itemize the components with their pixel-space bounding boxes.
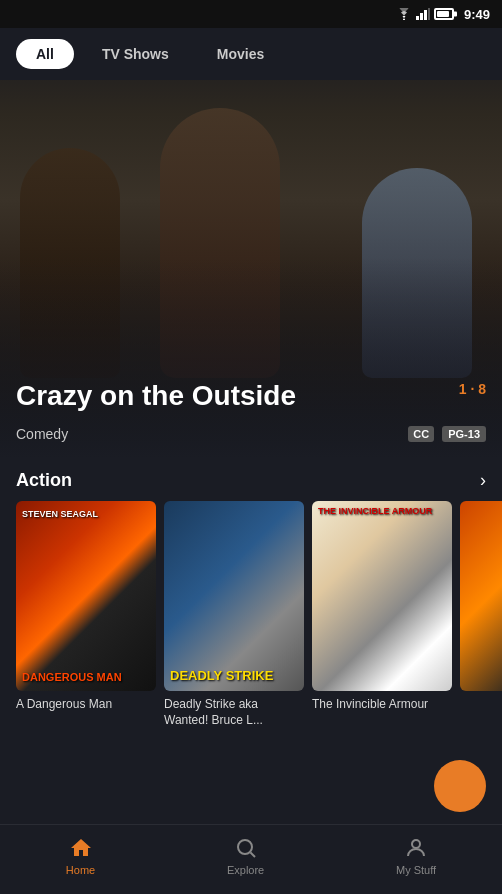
- action-section: Action › STEVEN SEAGAL DANGEROUS MAN A D…: [0, 458, 502, 736]
- movie-poster-invincible: THE INVINCIBLE ARMOUR: [312, 501, 452, 691]
- tab-all[interactable]: All: [16, 39, 74, 69]
- movie-card-partial: [460, 501, 502, 728]
- hero-cc: CC: [408, 426, 434, 442]
- movie-title-invincible: The Invincible Armour: [312, 697, 452, 713]
- nav-mystuff[interactable]: My Stuff: [376, 828, 456, 884]
- hero-section: Crazy on the Outside 1 · 8 Comedy CC PG-…: [0, 28, 502, 458]
- svg-rect-3: [424, 10, 427, 20]
- section-title-action: Action: [16, 470, 72, 491]
- status-icons: 9:49: [396, 7, 490, 22]
- nav-home[interactable]: Home: [46, 828, 115, 884]
- nav-mystuff-label: My Stuff: [396, 864, 436, 876]
- movie-poster-dangerous-man: STEVEN SEAGAL DANGEROUS MAN: [16, 501, 156, 691]
- home-icon: [69, 836, 93, 860]
- hero-genre: Comedy: [16, 426, 400, 442]
- fab-button[interactable]: [434, 760, 486, 812]
- svg-line-6: [250, 852, 255, 857]
- content-area: Action › STEVEN SEAGAL DANGEROUS MAN A D…: [0, 458, 502, 824]
- tab-bar: All TV Shows Movies: [0, 28, 502, 80]
- poster-actor-text-dangerous: STEVEN SEAGAL: [22, 509, 150, 519]
- movie-title-deadly: Deadly Strike aka Wanted! Bruce L...: [164, 697, 304, 728]
- poster-title-invincible: THE INVINCIBLE ARMOUR: [318, 507, 446, 517]
- section-header-action: Action ›: [0, 470, 502, 491]
- svg-rect-4: [428, 8, 430, 20]
- battery-icon: [434, 8, 454, 20]
- hero-rating: PG-13: [442, 426, 486, 442]
- svg-rect-1: [416, 16, 419, 20]
- movie-card-invincible[interactable]: THE INVINCIBLE ARMOUR The Invincible Arm…: [312, 501, 452, 728]
- hero-background: Crazy on the Outside 1 · 8 Comedy CC PG-…: [0, 28, 502, 458]
- movie-poster-partial: [460, 501, 502, 691]
- tab-movies[interactable]: Movies: [197, 39, 284, 69]
- bottom-nav: Home Explore My Stuff: [0, 824, 502, 894]
- svg-point-7: [412, 840, 420, 848]
- svg-point-0: [403, 19, 405, 21]
- svg-rect-2: [420, 13, 423, 20]
- movie-row-action: STEVEN SEAGAL DANGEROUS MAN A Dangerous …: [0, 501, 502, 728]
- tab-tvshows[interactable]: TV Shows: [82, 39, 189, 69]
- hero-meta: Comedy CC PG-13: [16, 426, 486, 442]
- svg-point-5: [238, 840, 252, 854]
- poster-title-deadly: DEADLY STRIKE: [170, 669, 298, 683]
- nav-explore-label: Explore: [227, 864, 264, 876]
- nav-home-label: Home: [66, 864, 95, 876]
- signal-icon: [416, 8, 430, 20]
- nav-explore[interactable]: Explore: [207, 828, 284, 884]
- section-chevron-action[interactable]: ›: [480, 470, 486, 491]
- mystuff-icon: [404, 836, 428, 860]
- movie-title-dangerous: A Dangerous Man: [16, 697, 156, 713]
- explore-icon: [234, 836, 258, 860]
- hero-content: Crazy on the Outside 1 · 8 Comedy CC PG-…: [0, 365, 502, 458]
- movie-card-deadly-strike[interactable]: DEADLY STRIKE Deadly Strike aka Wanted! …: [164, 501, 304, 728]
- status-bar: 9:49: [0, 0, 502, 28]
- hero-title-row: Crazy on the Outside 1 · 8: [16, 381, 486, 420]
- movie-poster-deadly-strike: DEADLY STRIKE: [164, 501, 304, 691]
- hero-title: Crazy on the Outside: [16, 381, 296, 412]
- movie-card-dangerous-man[interactable]: STEVEN SEAGAL DANGEROUS MAN A Dangerous …: [16, 501, 156, 728]
- status-time: 9:49: [464, 7, 490, 22]
- poster-title-dangerous: DANGEROUS MAN: [22, 671, 150, 683]
- wifi-icon: [396, 8, 412, 20]
- hero-episode: 1 · 8: [459, 381, 486, 397]
